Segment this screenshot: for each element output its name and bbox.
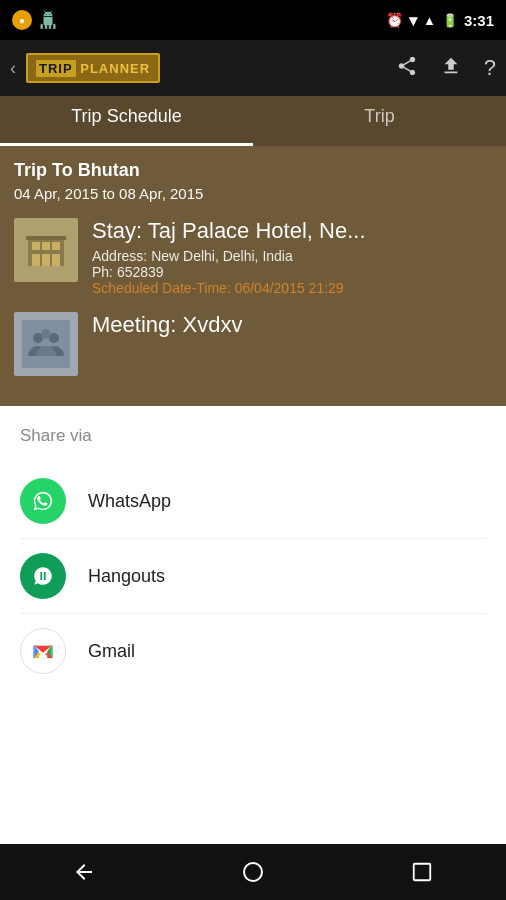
stay-title: Stay: Taj Palace Hotel, Ne... <box>92 218 492 244</box>
status-left: ● <box>12 10 58 30</box>
meeting-title: Meeting: Xvdxv <box>92 312 492 338</box>
share-gmail[interactable]: Gmail <box>20 614 486 688</box>
svg-rect-7 <box>52 254 60 266</box>
share-whatsapp[interactable]: WhatsApp <box>20 464 486 539</box>
toolbar-icons: ? <box>396 55 496 82</box>
stay-info: Stay: Taj Palace Hotel, Ne... Address: N… <box>92 218 492 296</box>
meeting-info: Meeting: Xvdxv <box>92 312 492 342</box>
svg-rect-4 <box>52 242 60 250</box>
logo-box: TRIP PLANNER <box>26 53 160 83</box>
time-display: 3:31 <box>464 12 494 29</box>
stay-address: Address: New Delhi, Delhi, India <box>92 248 492 264</box>
whatsapp-label: WhatsApp <box>88 491 171 512</box>
upload-icon[interactable] <box>440 55 462 82</box>
gmail-label: Gmail <box>88 641 135 662</box>
logo: ‹ TRIP PLANNER <box>10 53 160 83</box>
meeting-thumbnail <box>14 312 78 376</box>
share-icon[interactable] <box>396 55 418 82</box>
hangouts-icon <box>20 553 66 599</box>
trip-date: 04 Apr, 2015 to 08 Apr, 2015 <box>14 185 492 202</box>
app-toolbar: ‹ TRIP PLANNER ? <box>0 40 506 96</box>
whatsapp-icon <box>20 478 66 524</box>
svg-rect-17 <box>413 864 430 881</box>
svg-rect-6 <box>42 254 50 266</box>
svg-rect-5 <box>32 254 40 266</box>
stay-datetime: Scheduled Date-Time: 06/04/2015 21:29 <box>92 280 492 296</box>
schedule-item-meeting[interactable]: Meeting: Xvdxv <box>14 312 492 376</box>
share-hangouts[interactable]: Hangouts <box>20 539 486 614</box>
svg-rect-8 <box>26 236 66 240</box>
nav-bar <box>0 844 506 900</box>
stay-phone: Ph: 652839 <box>92 264 492 280</box>
tab-trip-schedule[interactable]: Trip Schedule <box>0 96 253 146</box>
schedule-item-stay[interactable]: Stay: Taj Palace Hotel, Ne... Address: N… <box>14 218 492 296</box>
notification-icon: ● <box>12 10 32 30</box>
svg-rect-2 <box>32 242 40 250</box>
gmail-icon <box>20 628 66 674</box>
battery-icon: 🔋 <box>442 13 458 28</box>
status-bar: ● ⏰ ▾ ▲ 🔋 3:31 <box>0 0 506 40</box>
trip-title: Trip To Bhutan <box>14 160 492 181</box>
android-icon <box>38 10 58 30</box>
back-nav-icon[interactable]: ‹ <box>10 58 16 79</box>
svg-point-13 <box>29 487 57 515</box>
svg-point-16 <box>244 863 262 881</box>
wifi-icon: ▾ <box>409 11 417 30</box>
main-content: Trip To Bhutan 04 Apr, 2015 to 08 Apr, 2… <box>0 146 506 406</box>
nav-back-button[interactable] <box>59 847 109 897</box>
hangouts-label: Hangouts <box>88 566 165 587</box>
share-overlay: Share via WhatsApp Hangouts <box>0 406 506 698</box>
alarm-icon: ⏰ <box>386 12 403 28</box>
share-title: Share via <box>20 426 486 446</box>
tab-trip[interactable]: Trip <box>253 96 506 146</box>
status-right: ⏰ ▾ ▲ 🔋 3:31 <box>386 11 494 30</box>
signal-icon: ▲ <box>423 13 436 28</box>
svg-rect-3 <box>42 242 50 250</box>
help-icon[interactable]: ? <box>484 55 496 81</box>
svg-rect-9 <box>22 320 70 368</box>
nav-home-button[interactable] <box>228 847 278 897</box>
logo-text: TRIP PLANNER <box>36 60 150 77</box>
stay-thumbnail <box>14 218 78 282</box>
svg-point-12 <box>41 329 51 339</box>
tabs-bar: Trip Schedule Trip <box>0 96 506 146</box>
nav-recent-button[interactable] <box>397 847 447 897</box>
